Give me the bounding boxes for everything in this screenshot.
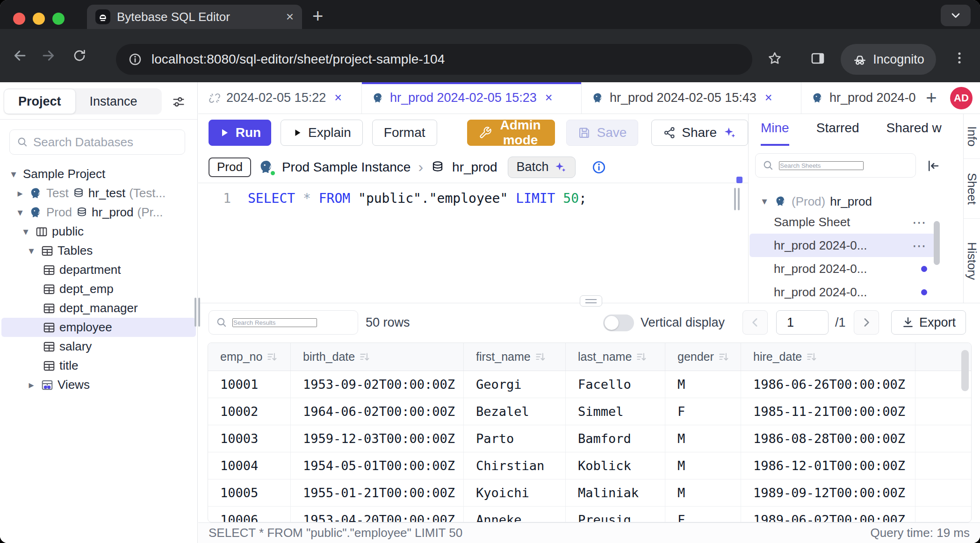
tree-item-public[interactable]: ▾public [1,222,196,241]
table-cell[interactable]: Bamford [566,425,665,452]
table-cell[interactable]: Kyoichi [464,479,566,506]
sql-code-editor[interactable]: 1 SELECT * FROM "public"."employee" LIMI… [198,183,748,303]
side-panel-icon[interactable] [810,50,826,66]
table-cell[interactable]: Parto [464,425,566,452]
column-header-birth_date[interactable]: birth_date [291,343,464,371]
chevron-down-icon[interactable]: ▾ [20,226,31,238]
column-header-last_name[interactable]: last_name [566,343,665,371]
table-cell[interactable]: 10002 [208,398,291,425]
sheet-search-box[interactable] [755,153,916,178]
maximize-window-button[interactable] [52,13,65,25]
results-search-input[interactable] [232,318,317,327]
reload-button[interactable] [72,48,87,63]
editor-tab-3[interactable]: hr_prod 2024-02-05 15:43 × [582,82,801,114]
table-cell[interactable]: 10004 [208,452,291,479]
user-avatar[interactable]: AD [950,87,973,109]
table-cell[interactable]: M [665,479,741,506]
database-search-box[interactable] [9,129,185,155]
admin-mode-button[interactable]: Admin mode [467,120,555,146]
table-cell[interactable]: 10001 [208,371,291,398]
column-header-emp_no[interactable]: emp_no [208,343,291,371]
tree-item-salary[interactable]: salary [1,337,196,356]
sort-icon[interactable] [806,351,818,363]
table-cell[interactable]: 1986-12-01T00:00:00Z [741,452,915,479]
previous-page-button[interactable] [742,310,768,335]
tree-item-Views[interactable]: ▸Views [1,375,196,394]
sort-icon[interactable] [635,351,648,363]
table-scrollbar[interactable] [961,350,969,391]
panel-tab-sheet[interactable]: Sheet [964,159,980,219]
tab-mine[interactable]: Mine [761,121,789,146]
filter-settings-icon[interactable] [171,94,186,109]
sheet-search-input[interactable] [779,161,864,170]
tree-item-title[interactable]: title [1,356,196,375]
table-cell[interactable]: Maliniak [566,479,665,506]
table-cell[interactable]: M [665,425,741,452]
table-cell[interactable]: Chirstian [464,452,566,479]
table-cell[interactable]: M [665,452,741,479]
table-cell[interactable]: 10005 [208,479,291,506]
sheet-item[interactable]: Sample Sheet⋯ [749,210,936,234]
table-cell[interactable]: Bezalel [464,398,566,425]
sidebar-resize-handle[interactable] [193,298,202,327]
new-tab-button[interactable]: + [312,6,323,26]
chevron-down-icon[interactable]: ▾ [8,168,19,180]
bookmark-star-icon[interactable] [767,50,783,66]
more-menu-icon[interactable]: ⋯ [912,237,927,254]
column-header-first_name[interactable]: first_name [464,343,566,371]
more-menu-icon[interactable]: ⋯ [912,214,927,230]
sort-icon[interactable] [359,351,371,363]
table-cell[interactable]: F [665,507,741,522]
minimize-window-button[interactable] [33,13,45,25]
close-window-button[interactable] [13,13,25,25]
sheet-item[interactable]: hr_prod 2024-0...⋯ [749,234,936,257]
results-search-box[interactable] [209,310,358,335]
table-cell[interactable]: Facello [566,371,665,398]
chevron-down-icon[interactable]: ▾ [26,245,37,257]
sort-icon[interactable] [718,351,730,363]
tree-item-Sample Project[interactable]: ▾Sample Project [1,164,196,184]
export-button[interactable]: Export [891,310,966,335]
column-header-gender[interactable]: gender [665,343,741,371]
tab-search-button[interactable] [941,5,971,26]
table-cell[interactable]: Koblick [566,452,665,479]
chevron-down-icon[interactable]: ▾ [14,207,26,219]
table-cell[interactable]: 1964-06-02T00:00:00Z [291,398,464,425]
close-tab-icon[interactable]: × [765,91,772,105]
tree-item-dept_emp[interactable]: dept_emp [1,279,196,299]
panel-resize-handle[interactable] [734,188,741,210]
site-info-icon[interactable] [128,52,142,66]
format-button[interactable]: Format [372,120,437,146]
tree-item-Tables[interactable]: ▾Tables [1,241,196,260]
sheet-group[interactable]: ▾ (Prod) hr_prod [749,193,937,210]
table-cell[interactable]: 1953-09-02T00:00:00Z [291,371,464,398]
table-cell[interactable]: 1954-05-01T00:00:00Z [291,452,464,479]
new-editor-tab-button[interactable]: + [918,82,944,114]
chevron-right-icon[interactable]: ▸ [26,379,37,391]
chevron-down-icon[interactable]: ▾ [759,195,770,207]
tree-item-dept_manager[interactable]: dept_manager [1,299,196,318]
table-cell[interactable]: 10006 [208,507,291,522]
table-cell[interactable]: 1953-04-20T00:00:00Z [291,507,464,522]
table-cell[interactable]: Georgi [464,371,566,398]
collapse-panel-icon[interactable] [926,159,940,173]
address-bar[interactable]: localhost:8080/sql-editor/sheet/project-… [116,44,752,75]
database-name[interactable]: hr_prod [452,160,497,175]
tree-item-department[interactable]: department [1,260,196,279]
vertical-display-toggle[interactable] [603,314,634,331]
sort-icon[interactable] [534,351,547,363]
tree-item-employee[interactable]: employee [1,318,196,337]
panel-tab-info[interactable]: Info [964,114,980,159]
panel-tab-history[interactable]: History [964,219,980,303]
tab-starred[interactable]: Starred [816,121,859,146]
table-cell[interactable]: 1986-06-26T00:00:00Z [741,371,915,398]
save-button[interactable]: Save [566,120,638,146]
table-cell[interactable]: 1959-12-03T00:00:00Z [291,425,464,452]
sheets-scrollbar[interactable] [934,221,940,265]
instance-name[interactable]: Prod Sample Instance [282,160,411,175]
tab-project[interactable]: Project [4,89,76,114]
back-button[interactable] [12,48,28,64]
table-cell[interactable]: 1989-06-02T00:00:00Z [741,507,915,522]
share-button[interactable]: Share [651,120,748,146]
page-number-input[interactable] [776,310,829,335]
